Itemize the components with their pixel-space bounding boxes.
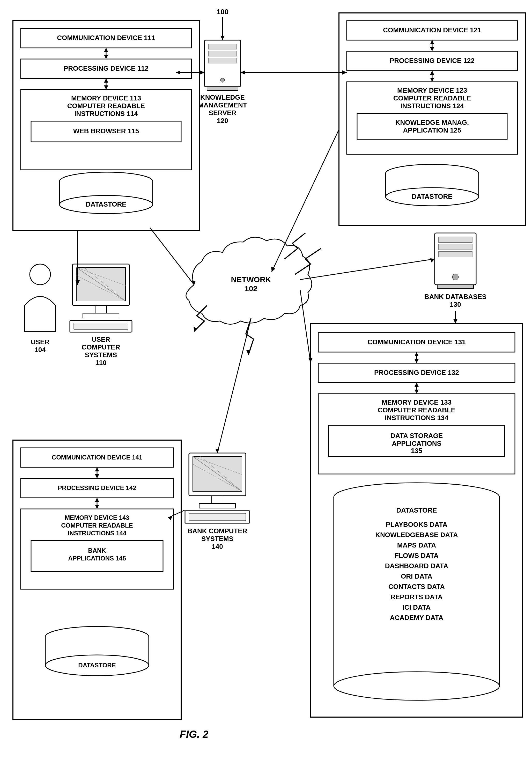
svg-point-24 [30,264,50,285]
proc-132: PROCESSING DEVICE 132 [374,368,459,376]
mem-133-line2: COMPUTER READABLE [378,406,455,414]
svg-line-115 [217,318,251,453]
mem-113-line1: MEMORY DEVICE 113 [71,94,141,102]
proc-122: PROCESSING DEVICE 122 [390,57,475,64]
ref-100-label: 100 [217,8,229,16]
ds-item9: ICI DATA [403,603,431,611]
comm-111: COMMUNICATION DEVICE 111 [57,34,155,42]
mem-133-line1: MEMORY DEVICE 133 [382,399,452,406]
fig-label: FIG. 2 [180,728,208,740]
mem-143-line3: INSTRUCTIONS 144 [68,530,127,537]
ds-item7: CONTACTS DATA [388,583,445,591]
svg-rect-32 [83,313,119,318]
svg-marker-114 [453,319,457,323]
datastore-140: DATASTORE [78,662,116,669]
ds-item6: ORI DATA [401,572,432,580]
bank-comp-label2: SYSTEMS [201,535,233,543]
ds-item10: ACADEMY DATA [390,614,444,622]
mem-123-line3: INSTRUCTIONS 124 [400,102,464,110]
svg-marker-110 [430,258,435,262]
dsa-135-line2: APPLICATIONS [392,440,441,447]
svg-rect-34 [74,323,128,329]
user-computer-label3: SYSTEMS [85,351,117,359]
svg-marker-122 [246,350,250,354]
ds-item8: REPORTS DATA [390,593,442,601]
ds-item4: FLOWS DATA [395,552,439,560]
svg-rect-3 [208,44,237,49]
bank-db-label1: BANK DATABASES [424,293,486,300]
datastore-130-label: DATASTORE [396,506,437,514]
svg-marker-1 [220,36,225,40]
dsa-135-line1: DATA STORAGE [390,432,443,440]
comm-141: COMMUNICATION DEVICE 141 [52,454,142,461]
web-browser-115: WEB BROWSER 115 [73,127,139,135]
user-computer-label4: 110 [95,359,106,366]
mem-113-line2: COMPUTER READABLE [67,102,145,110]
svg-rect-7 [207,87,238,91]
svg-rect-5 [208,58,237,63]
ds-item1: PLAYBOOKS DATA [386,521,447,528]
user-computer-label1: USER [92,335,110,343]
user-104-label: USER [31,338,49,346]
bank-db-label2: 130 [450,300,461,308]
mem-143-line2: COMPUTER READABLE [61,522,133,529]
svg-marker-105 [200,70,204,75]
mem-133-line3: INSTRUCTIONS 134 [385,414,448,422]
comm-131: COMMUNICATION DEVICE 131 [367,338,465,346]
datastore-110: DATASTORE [86,200,126,208]
datastore-120: DATASTORE [412,193,452,200]
svg-line-99 [150,228,194,285]
svg-line-109 [300,259,435,279]
bank-comp-label1: BANK COMPUTER [187,527,247,535]
proc-142: PROCESSING DEVICE 142 [58,484,136,491]
svg-rect-66 [189,513,246,521]
mem-123-line2: COMPUTER READABLE [393,94,471,102]
server-label-line3: SERVER [209,109,237,117]
km-app-125-line1: KNOWLEDGE MANAG. [395,119,469,126]
network-label1: NETWORK [231,275,271,284]
mem-123-line1: MEMORY DEVICE 123 [397,86,467,94]
svg-rect-63 [212,496,223,504]
dsa-135-line3: 135 [411,447,422,455]
user-104-num: 104 [34,346,46,353]
diagram-svg: 100 KNOWLEDGE MANAGEMENT SERVER 120 COMM… [0,0,532,766]
km-app-125-line2: APPLICATION 125 [403,126,461,134]
user-computer-label2: COMPUTER [82,343,120,351]
svg-rect-31 [95,305,107,313]
mem-113-line3: INSTRUCTIONS 114 [74,110,138,117]
svg-point-55 [452,274,459,280]
svg-rect-64 [199,504,235,508]
network-label2: 102 [245,284,257,293]
svg-marker-108 [241,70,245,75]
mem-143-line1: MEMORY DEVICE 143 [65,514,129,521]
bank-app-145-line2: APPLICATIONS 145 [68,555,126,562]
svg-rect-4 [208,51,237,56]
bank-comp-label3: 140 [212,543,223,550]
svg-point-6 [220,78,225,82]
bank-app-145-line1: BANK [88,547,106,554]
ds-item3: MAPS DATA [397,541,436,549]
comm-121: COMMUNICATION DEVICE 121 [383,26,481,34]
svg-rect-53 [439,244,472,250]
ds-item2: KNOWLEDGEBASE DATA [375,531,458,539]
svg-point-82 [334,672,499,700]
ds-item5: DASHBOARD DATA [385,562,448,570]
proc-112: PROCESSING DEVICE 112 [64,64,149,72]
svg-marker-116 [215,449,219,453]
svg-rect-52 [439,237,472,242]
server-label-line2: MANAGEMENT [198,101,247,109]
svg-line-101 [272,129,339,272]
svg-rect-54 [439,251,472,257]
server-label-line1: KNOWLEDGE [200,93,245,101]
svg-rect-56 [437,285,474,289]
server-label-line4: 120 [217,117,228,124]
diagram-container: 100 KNOWLEDGE MANAGEMENT SERVER 120 COMM… [0,0,532,766]
